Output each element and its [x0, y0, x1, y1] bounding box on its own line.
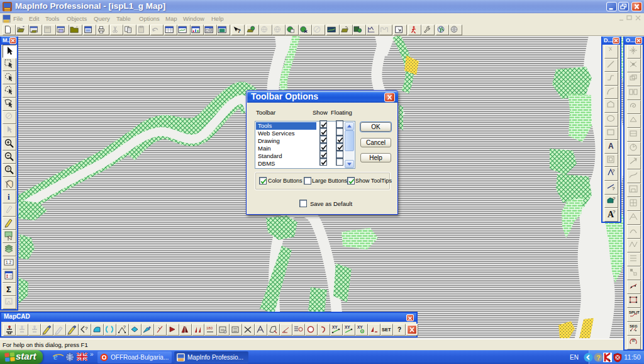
svg-text:SPLIT: SPLIT	[629, 310, 640, 314]
svg-text:i: i	[8, 192, 10, 202]
svg-text:1.2: 1.2	[6, 260, 11, 264]
svg-text:?: ?	[612, 186, 615, 191]
svg-text:180: 180	[206, 326, 213, 330]
svg-text:?: ?	[397, 326, 401, 333]
svg-text:XY: XY	[345, 325, 350, 329]
svg-text:XY: XY	[357, 325, 363, 329]
svg-text:SET: SET	[382, 327, 391, 333]
svg-text:?: ?	[596, 354, 601, 361]
svg-text:Σ: Σ	[6, 285, 11, 294]
svg-text:?: ?	[613, 196, 616, 202]
svg-text:?: ?	[613, 209, 616, 215]
svg-text:?: ?	[612, 168, 615, 174]
svg-text:SEG: SEG	[630, 324, 638, 328]
svg-text:?: ?	[123, 325, 126, 329]
svg-text:?: ?	[85, 326, 88, 331]
svg-text:A: A	[608, 142, 614, 151]
svg-text:XY: XY	[332, 325, 338, 329]
svg-text:?: ?	[237, 27, 241, 34]
svg-text:R: R	[632, 339, 635, 343]
svg-text:?: ?	[6, 166, 9, 172]
